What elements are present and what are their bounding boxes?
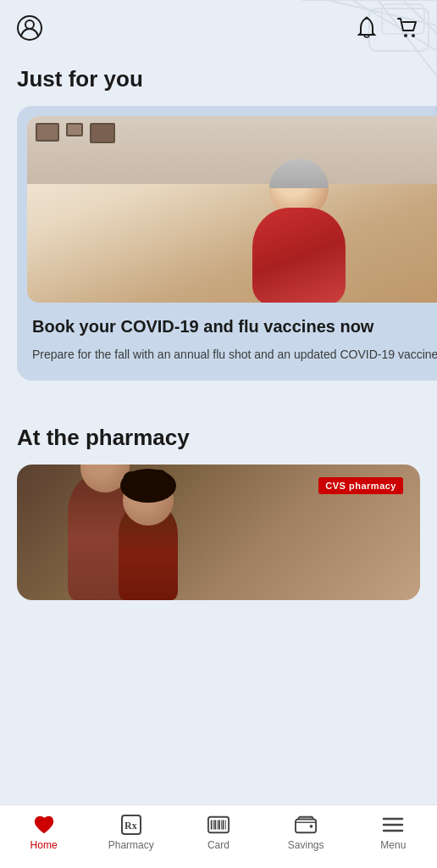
profile-icon[interactable]	[17, 15, 42, 41]
promo-cards-scroll[interactable]: Book your COVID-19 and flu vaccines now …	[0, 106, 437, 401]
vaccine-promo-card[interactable]: Book your COVID-19 and flu vaccines now …	[17, 106, 437, 381]
nav-savings[interactable]: Savings	[280, 814, 331, 851]
menu-hamburger-icon	[382, 814, 404, 836]
savings-wallet-icon	[295, 814, 317, 836]
home-nav-label: Home	[30, 839, 58, 851]
svg-rect-18	[296, 820, 316, 833]
vaccine-card-title: Book your COVID-19 and flu vaccines now	[32, 316, 437, 337]
vaccine-card-desc: Prepare for the fall with an annual flu …	[32, 346, 437, 364]
nav-pharmacy[interactable]: Rx Pharmacy	[106, 814, 157, 851]
card-barcode-icon	[207, 814, 230, 836]
cvs-logo: CVS pharmacy	[318, 477, 403, 494]
nav-home[interactable]: Home	[19, 814, 69, 851]
vaccine-card-body: Book your COVID-19 and flu vaccines now …	[17, 303, 437, 381]
menu-nav-label: Menu	[380, 839, 406, 851]
card-nav-label: Card	[207, 839, 230, 851]
at-the-pharmacy-section: At the pharmacy	[0, 408, 437, 600]
home-heart-icon	[33, 814, 55, 836]
svg-point-3	[25, 20, 34, 29]
pharmacy-section-title: At the pharmacy	[0, 408, 437, 465]
pharmacy-card[interactable]: CVS pharmacy	[17, 465, 420, 600]
svg-text:Rx: Rx	[124, 820, 137, 832]
bottom-navigation: Home Rx Pharmacy Card	[0, 804, 437, 868]
savings-nav-label: Savings	[288, 839, 324, 851]
pharmacy-nav-label: Pharmacy	[108, 839, 154, 851]
nav-menu[interactable]: Menu	[368, 814, 418, 851]
nav-card[interactable]: Card	[193, 814, 244, 851]
pharmacy-rx-icon: Rx	[120, 814, 142, 836]
svg-point-19	[310, 825, 313, 828]
